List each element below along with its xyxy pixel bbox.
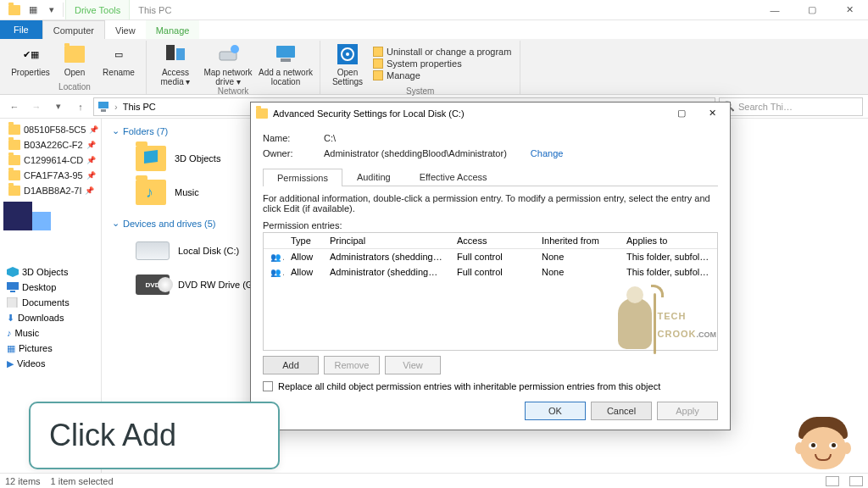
folder-icon (256, 108, 268, 119)
tab-effective-access[interactable]: Effective Access (405, 168, 502, 186)
name-value: C:\ (324, 133, 336, 143)
close-button[interactable]: ✕ (831, 0, 868, 19)
qat-new-folder-icon[interactable]: ▾ (42, 0, 61, 19)
search-placeholder: Search Thi… (738, 102, 793, 112)
col-access[interactable]: Access (450, 233, 535, 248)
change-owner-link[interactable]: Change (531, 148, 564, 158)
folder-icon (8, 170, 20, 180)
replace-children-checkbox[interactable]: Replace all child object permission entr… (263, 381, 718, 391)
dialog-maximize-button[interactable]: ▢ (669, 104, 694, 123)
svg-rect-5 (281, 58, 291, 62)
instruction-callout: Click Add (29, 402, 280, 469)
search-box[interactable]: 🔍 Search Thi… (719, 97, 863, 116)
remove-button[interactable]: Remove (324, 356, 380, 374)
nav-lib-music[interactable]: ♪Music (2, 325, 99, 341)
nav-recent-item[interactable]: D1ABB8A2-7I📌 (2, 183, 99, 198)
explorer-icon[interactable] (5, 0, 24, 19)
open-button[interactable]: Open (53, 41, 97, 82)
nav-recent-item[interactable]: C1299614-CD📌 (2, 152, 99, 168)
uninstall-program-button[interactable]: Uninstall or change a program (373, 47, 511, 57)
nav-recent-item[interactable]: B03A226C-F2📌 (2, 137, 99, 152)
dialog-hint-text: For additional information, double-click… (263, 193, 718, 214)
ribbon-group-location: ✔︎▦Properties Open ▭Rename Location (3, 41, 147, 94)
view-tab[interactable]: View (105, 20, 146, 39)
permission-row[interactable]: Allow Administrators (sheddingBloo… Full… (264, 249, 717, 264)
col-applies[interactable]: Applies to (620, 233, 717, 248)
svg-marker-11 (7, 267, 19, 277)
properties-button[interactable]: ✔︎▦Properties (8, 41, 53, 82)
nav-lib-pictures[interactable]: ▦Pictures (2, 341, 99, 356)
cancel-button[interactable]: Cancel (591, 402, 652, 420)
view-button[interactable]: View (385, 356, 441, 374)
breadcrumb-this-pc[interactable]: This PC (123, 102, 156, 112)
permission-row[interactable]: Allow Administrator (sheddingBloo… Full … (264, 264, 717, 280)
nav-recent-item[interactable]: CFA1F7A3-95📌 (2, 168, 99, 183)
map-network-drive-button[interactable]: Map network drive ▾ (199, 41, 257, 86)
tab-permissions[interactable]: Permissions (263, 169, 342, 186)
nav-lib-downloads[interactable]: ⬇Downloads (2, 310, 99, 325)
minimize-button[interactable]: — (756, 0, 793, 19)
monitor-icon (373, 58, 383, 69)
nav-lib-desktop[interactable]: Desktop (2, 280, 99, 295)
col-type[interactable]: Type (284, 233, 323, 248)
file-tab[interactable]: File (0, 20, 42, 39)
manage-tab[interactable]: Manage (146, 20, 200, 39)
pin-icon: 📌 (86, 156, 96, 164)
chevron-right-icon: › (114, 102, 118, 112)
dialog-title: Advanced Security Settings for Local Dis… (273, 108, 465, 119)
ribbon: ✔︎▦Properties Open ▭Rename Location Acce… (0, 39, 868, 95)
thumbnail-preview (3, 202, 99, 230)
rename-button[interactable]: ▭Rename (97, 41, 141, 82)
tab-auditing[interactable]: Auditing (342, 168, 405, 186)
folder-label: 3D Objects (175, 153, 220, 164)
folder-icon (8, 125, 20, 135)
nav-recent-item[interactable]: 08510F58-5C5📌 (2, 122, 99, 137)
qat-properties-icon[interactable]: ▦ (24, 0, 42, 19)
group-label-network: Network (152, 86, 314, 96)
view-tiles-button[interactable] (849, 476, 863, 486)
nav-lib-documents[interactable]: Documents (2, 295, 99, 310)
col-inherited[interactable]: Inherited from (535, 233, 620, 248)
add-button[interactable]: Add (263, 356, 319, 374)
permission-header-row: Type Principal Access Inherited from App… (264, 233, 717, 249)
picture-icon: ▦ (7, 343, 15, 354)
window-title: This PC (130, 0, 180, 19)
dialog-close-button[interactable]: ✕ (699, 104, 725, 123)
replace-children-label: Replace all child object permission entr… (278, 381, 660, 391)
ribbon-group-system: Open Settings Uninstall or change a prog… (320, 41, 520, 94)
dialog-titlebar[interactable]: Advanced Security Settings for Local Dis… (251, 103, 730, 124)
status-selected: 1 item selected (51, 476, 114, 486)
owner-key: Owner: (263, 148, 305, 158)
nav-up-button[interactable]: ↑ (71, 97, 90, 116)
group-label-system: System (326, 86, 515, 96)
nav-back-button[interactable]: ← (5, 97, 24, 116)
ok-button[interactable]: OK (525, 402, 586, 420)
manage-button[interactable]: Manage (373, 70, 511, 80)
context-tab-drive-tools[interactable]: Drive Tools (65, 0, 130, 19)
access-media-button[interactable]: Access media ▾ (152, 41, 199, 86)
nav-lib-videos[interactable]: ▶Videos (2, 356, 99, 371)
folder-icon (8, 140, 20, 150)
music-icon: ♪ (7, 328, 12, 338)
svg-rect-10 (101, 109, 106, 112)
advanced-security-dialog: Advanced Security Settings for Local Dis… (250, 102, 731, 430)
view-details-button[interactable] (826, 476, 839, 486)
open-settings-button[interactable]: Open Settings (326, 41, 370, 86)
add-network-location-button[interactable]: Add a network location (257, 41, 314, 86)
box-icon (373, 47, 383, 57)
permission-entries-label: Permission entries: (263, 220, 718, 230)
computer-tab[interactable]: Computer (42, 20, 105, 39)
nav-recent-dropdown[interactable]: ▾ (49, 97, 68, 116)
col-principal[interactable]: Principal (323, 233, 450, 248)
hdd-icon (136, 241, 170, 260)
maximize-button[interactable]: ▢ (793, 0, 831, 19)
cube-icon (7, 267, 19, 277)
system-properties-button[interactable]: System properties (373, 58, 511, 69)
caret-down-icon: ⌄ (112, 125, 120, 136)
nav-forward-button[interactable]: → (27, 97, 46, 116)
desktop-icon (7, 282, 19, 292)
checkbox-icon (263, 381, 273, 391)
nav-lib-3dobjects[interactable]: 3D Objects (2, 264, 99, 280)
apply-button[interactable]: Apply (657, 402, 718, 420)
folder-icon (8, 155, 20, 165)
